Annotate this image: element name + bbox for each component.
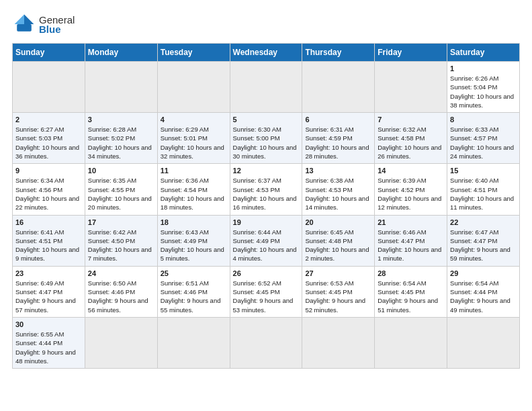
day-cell	[157, 62, 230, 113]
week-row-4: 16Sunrise: 6:41 AM Sunset: 4:51 PM Dayli…	[13, 215, 520, 266]
day-info: Sunrise: 6:43 AM Sunset: 4:49 PM Dayligh…	[161, 228, 227, 263]
calendar-page: General Blue SundayMondayTuesdayWednesda…	[0, 0, 532, 377]
day-cell	[230, 62, 302, 113]
day-cell: 23Sunrise: 6:49 AM Sunset: 4:47 PM Dayli…	[13, 266, 85, 317]
day-cell: 3Sunrise: 6:28 AM Sunset: 5:02 PM Daylig…	[85, 113, 157, 164]
day-cell	[85, 317, 157, 368]
logo-text: General Blue	[39, 14, 75, 35]
day-info: Sunrise: 6:52 AM Sunset: 4:45 PM Dayligh…	[233, 279, 300, 314]
logo-icon	[12, 12, 36, 36]
col-header-friday: Friday	[375, 44, 447, 62]
day-number: 8	[450, 116, 517, 124]
week-row-2: 2Sunrise: 6:27 AM Sunset: 5:03 PM Daylig…	[13, 113, 520, 164]
week-row-3: 9Sunrise: 6:34 AM Sunset: 4:56 PM Daylig…	[13, 164, 520, 215]
day-cell: 6Sunrise: 6:31 AM Sunset: 4:59 PM Daylig…	[302, 113, 375, 164]
day-cell: 8Sunrise: 6:33 AM Sunset: 4:57 PM Daylig…	[447, 113, 520, 164]
day-cell: 21Sunrise: 6:46 AM Sunset: 4:47 PM Dayli…	[375, 215, 447, 266]
day-number: 13	[305, 167, 371, 175]
day-number: 25	[161, 269, 227, 277]
col-header-saturday: Saturday	[447, 44, 520, 62]
col-header-tuesday: Tuesday	[157, 44, 230, 62]
day-cell: 1Sunrise: 6:26 AM Sunset: 5:04 PM Daylig…	[447, 62, 520, 113]
week-row-5: 23Sunrise: 6:49 AM Sunset: 4:47 PM Dayli…	[13, 266, 520, 317]
day-cell: 2Sunrise: 6:27 AM Sunset: 5:03 PM Daylig…	[13, 113, 85, 164]
svg-marker-1	[15, 15, 24, 24]
day-info: Sunrise: 6:53 AM Sunset: 4:45 PM Dayligh…	[305, 279, 371, 314]
day-info: Sunrise: 6:34 AM Sunset: 4:56 PM Dayligh…	[15, 176, 82, 212]
day-cell: 20Sunrise: 6:45 AM Sunset: 4:48 PM Dayli…	[302, 215, 375, 266]
day-info: Sunrise: 6:47 AM Sunset: 4:47 PM Dayligh…	[450, 228, 517, 263]
day-info: Sunrise: 6:44 AM Sunset: 4:49 PM Dayligh…	[233, 228, 300, 263]
day-cell: 13Sunrise: 6:38 AM Sunset: 4:53 PM Dayli…	[302, 164, 375, 215]
day-number: 21	[378, 218, 444, 226]
logo: General Blue	[12, 12, 75, 36]
day-cell: 25Sunrise: 6:51 AM Sunset: 4:46 PM Dayli…	[157, 266, 230, 317]
day-cell: 18Sunrise: 6:43 AM Sunset: 4:49 PM Dayli…	[157, 215, 230, 266]
day-info: Sunrise: 6:32 AM Sunset: 4:58 PM Dayligh…	[378, 125, 444, 161]
day-cell: 11Sunrise: 6:36 AM Sunset: 4:54 PM Dayli…	[157, 164, 230, 215]
day-cell: 30Sunrise: 6:55 AM Sunset: 4:44 PM Dayli…	[13, 317, 85, 368]
day-cell: 12Sunrise: 6:37 AM Sunset: 4:53 PM Dayli…	[230, 164, 302, 215]
day-number: 23	[15, 269, 82, 277]
day-number: 4	[161, 116, 227, 124]
day-cell: 14Sunrise: 6:39 AM Sunset: 4:52 PM Dayli…	[375, 164, 447, 215]
day-info: Sunrise: 6:36 AM Sunset: 4:54 PM Dayligh…	[161, 176, 227, 212]
day-number: 10	[88, 167, 154, 175]
day-cell: 27Sunrise: 6:53 AM Sunset: 4:45 PM Dayli…	[302, 266, 375, 317]
day-cell: 15Sunrise: 6:40 AM Sunset: 4:51 PM Dayli…	[447, 164, 520, 215]
day-cell: 28Sunrise: 6:54 AM Sunset: 4:45 PM Dayli…	[375, 266, 447, 317]
day-info: Sunrise: 6:28 AM Sunset: 5:02 PM Dayligh…	[88, 125, 154, 161]
col-header-monday: Monday	[85, 44, 157, 62]
day-info: Sunrise: 6:54 AM Sunset: 4:45 PM Dayligh…	[378, 279, 444, 314]
day-number: 15	[450, 167, 517, 175]
day-number: 18	[161, 218, 227, 226]
col-header-wednesday: Wednesday	[230, 44, 302, 62]
day-info: Sunrise: 6:33 AM Sunset: 4:57 PM Dayligh…	[450, 125, 517, 161]
day-number: 14	[378, 167, 444, 175]
day-cell	[302, 317, 375, 368]
day-number: 27	[305, 269, 371, 277]
header: General Blue	[12, 12, 520, 36]
day-info: Sunrise: 6:35 AM Sunset: 4:55 PM Dayligh…	[88, 176, 154, 212]
day-cell: 22Sunrise: 6:47 AM Sunset: 4:47 PM Dayli…	[447, 215, 520, 266]
day-number: 16	[15, 218, 82, 226]
day-number: 7	[378, 116, 444, 124]
day-info: Sunrise: 6:42 AM Sunset: 4:50 PM Dayligh…	[88, 228, 154, 263]
day-info: Sunrise: 6:39 AM Sunset: 4:52 PM Dayligh…	[378, 176, 444, 212]
day-number: 2	[15, 116, 82, 124]
day-info: Sunrise: 6:41 AM Sunset: 4:51 PM Dayligh…	[15, 228, 82, 263]
day-info: Sunrise: 6:27 AM Sunset: 5:03 PM Dayligh…	[15, 125, 82, 161]
day-cell	[447, 317, 520, 368]
day-cell: 7Sunrise: 6:32 AM Sunset: 4:58 PM Daylig…	[375, 113, 447, 164]
day-info: Sunrise: 6:40 AM Sunset: 4:51 PM Dayligh…	[450, 176, 517, 212]
day-number: 6	[305, 116, 371, 124]
day-number: 20	[305, 218, 371, 226]
day-info: Sunrise: 6:45 AM Sunset: 4:48 PM Dayligh…	[305, 228, 371, 263]
day-cell: 10Sunrise: 6:35 AM Sunset: 4:55 PM Dayli…	[85, 164, 157, 215]
day-cell	[375, 317, 447, 368]
day-info: Sunrise: 6:26 AM Sunset: 5:04 PM Dayligh…	[450, 74, 517, 109]
day-number: 1	[450, 64, 517, 73]
week-row-6: 30Sunrise: 6:55 AM Sunset: 4:44 PM Dayli…	[13, 317, 520, 368]
day-cell: 5Sunrise: 6:30 AM Sunset: 5:00 PM Daylig…	[230, 113, 302, 164]
day-number: 5	[233, 116, 300, 124]
day-number: 30	[15, 320, 82, 328]
day-info: Sunrise: 6:55 AM Sunset: 4:44 PM Dayligh…	[15, 330, 82, 365]
day-number: 9	[15, 167, 82, 175]
header-row: SundayMondayTuesdayWednesdayThursdayFrid…	[13, 44, 520, 62]
day-info: Sunrise: 6:46 AM Sunset: 4:47 PM Dayligh…	[378, 228, 444, 263]
day-info: Sunrise: 6:38 AM Sunset: 4:53 PM Dayligh…	[305, 176, 371, 212]
day-cell: 26Sunrise: 6:52 AM Sunset: 4:45 PM Dayli…	[230, 266, 302, 317]
day-cell: 4Sunrise: 6:29 AM Sunset: 5:01 PM Daylig…	[157, 113, 230, 164]
day-cell: 16Sunrise: 6:41 AM Sunset: 4:51 PM Dayli…	[13, 215, 85, 266]
day-number: 28	[378, 269, 444, 277]
svg-rect-2	[17, 24, 32, 32]
calendar-table: SundayMondayTuesdayWednesdayThursdayFrid…	[12, 43, 520, 369]
day-number: 17	[88, 218, 154, 226]
day-number: 26	[233, 269, 300, 277]
day-info: Sunrise: 6:49 AM Sunset: 4:47 PM Dayligh…	[15, 279, 82, 314]
day-number: 11	[161, 167, 227, 175]
day-cell: 24Sunrise: 6:50 AM Sunset: 4:46 PM Dayli…	[85, 266, 157, 317]
day-cell: 17Sunrise: 6:42 AM Sunset: 4:50 PM Dayli…	[85, 215, 157, 266]
day-cell: 9Sunrise: 6:34 AM Sunset: 4:56 PM Daylig…	[13, 164, 85, 215]
